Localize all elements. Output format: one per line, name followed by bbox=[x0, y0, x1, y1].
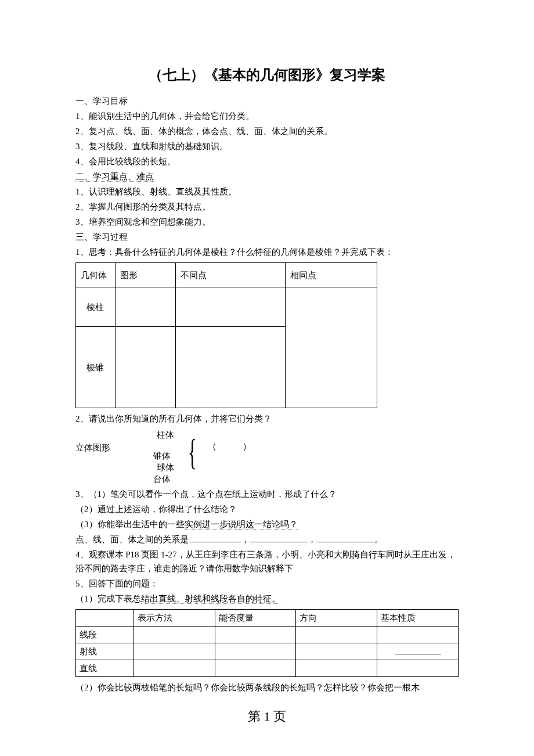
t1-same-cell bbox=[286, 287, 377, 408]
t2-r1-c3 bbox=[296, 627, 377, 643]
t2-r1-label: 线段 bbox=[76, 627, 134, 643]
table-line-types: 表示方法 能否度量 方向 基本性质 线段 射线 直线 bbox=[75, 609, 459, 677]
t2-r1-c4 bbox=[377, 627, 459, 643]
t2-r2-c4 bbox=[377, 643, 459, 660]
q3d-sep2: ， bbox=[308, 535, 316, 544]
t2-r2-c1 bbox=[134, 643, 215, 660]
section-heading-2-text: 二、学习重点、难点 bbox=[75, 172, 154, 182]
t2-r2-c3 bbox=[296, 643, 377, 660]
question-5a: （1）完成下表总结出直线、射线和线段各自的特征。 bbox=[75, 592, 459, 606]
q3d-end: 。 bbox=[374, 535, 383, 544]
t1-h1: 图形 bbox=[115, 263, 175, 287]
q3c-mid2: 明这一结论吗？ bbox=[237, 520, 298, 530]
q3d-sep1: ， bbox=[241, 535, 250, 544]
focus-item-3: 3、培养空间观念和空间想象能力。 bbox=[75, 215, 459, 229]
t2-r3-label: 直线 bbox=[76, 660, 134, 677]
t1-r1-c2 bbox=[175, 287, 286, 327]
page-footer: 第 1 页 bbox=[75, 706, 459, 726]
diag-root: 立体图形 bbox=[75, 441, 110, 455]
diag-blank: （ ） bbox=[208, 440, 251, 453]
t1-r2-label: 棱锥 bbox=[76, 327, 116, 408]
t2-r1-c2 bbox=[215, 627, 296, 643]
q3c-pre: （3）你能举出生活中的一些 bbox=[75, 520, 185, 529]
goal-item-3: 3、复习线段、直线和射线的基础知识。 bbox=[75, 139, 459, 153]
question-3a: 3、（1）笔尖可以看作一个点，这个点在纸上运动时，形成了什么？ bbox=[75, 487, 459, 501]
t2-h4: 基本性质 bbox=[377, 610, 459, 627]
t1-h0: 几何体 bbox=[76, 263, 116, 287]
q5a-mid: 结出直线、射线和线段各自的特征。 bbox=[141, 594, 280, 604]
t2-r1-c1 bbox=[134, 627, 215, 643]
blank-3 bbox=[316, 534, 374, 542]
goal-item-4: 4、会用比较线段的长短。 bbox=[75, 154, 459, 168]
t2-r2-c2 bbox=[215, 643, 296, 660]
section-heading-3: 三、学习过程 bbox=[75, 230, 459, 244]
t2-h3: 方向 bbox=[296, 610, 377, 627]
question-1: 1、思考：具备什么特征的几何体是棱柱？什么特征的几何体是棱锥？并完成下表： bbox=[75, 245, 459, 259]
question-3c: （3）你能举出生活中的一些实例进一步说明这一结论吗？ bbox=[75, 517, 459, 531]
focus-item-2: 2、掌握几何图形的分类及其特点。 bbox=[75, 200, 459, 214]
classification-diagram: 柱体 立体图形 锥体 { （ ） 球体 台体 bbox=[75, 428, 459, 486]
t2-r3-c4 bbox=[377, 660, 459, 677]
blank-2 bbox=[250, 534, 308, 542]
q5a-pre: （1）完成下表总 bbox=[75, 594, 141, 603]
t2-r3-c2 bbox=[215, 660, 296, 677]
t1-h3: 相同点 bbox=[286, 263, 377, 287]
question-5b: （2）你会比较两枝铅笔的长短吗？你会比较两条线段的长短吗？怎样比较？你会把一根木 bbox=[75, 681, 459, 694]
t2-r2-label: 射线 bbox=[76, 643, 134, 660]
focus-item-1: 1、认识理解线段、射线、直线及其性质。 bbox=[75, 185, 459, 199]
q3c-mid: 实例进一步说 bbox=[185, 520, 237, 530]
goal-item-2: 2、复习点、线、面、体的概念，体会点、线、面、体之间的关系。 bbox=[75, 124, 459, 138]
diag-taiti: 台体 bbox=[153, 472, 171, 486]
t2-r3-c3 bbox=[296, 660, 377, 677]
brace-icon: { bbox=[188, 434, 197, 471]
q3d-pre: 点、线、面、体之间的关系是 bbox=[75, 535, 189, 544]
t2-h0 bbox=[76, 610, 134, 627]
t2-h1: 表示方法 bbox=[134, 610, 215, 627]
page-title: （七上）《基本的几何图形》复习学案 bbox=[75, 64, 459, 86]
question-3d: 点、线、面、体之间的关系是，，。 bbox=[75, 532, 459, 546]
goal-item-1: 1、能识别生活中的几何体，并会给它们分类。 bbox=[75, 109, 459, 123]
section-heading-2: 二、学习重点、难点 bbox=[75, 170, 459, 183]
diag-zhuti: 柱体 bbox=[157, 428, 174, 442]
section-heading-1: 一、学习目标 bbox=[75, 94, 459, 108]
t2-r2-blank bbox=[395, 646, 441, 654]
table-prism-pyramid: 几何体 图形 不同点 相同点 棱柱 棱锥 bbox=[75, 262, 377, 408]
question-2: 2、请说出你所知道的所有几何体，并将它们分类？ bbox=[75, 412, 459, 426]
question-5h: 5、回答下面的问题： bbox=[75, 577, 459, 591]
question-3b: （2）通过上述运动，你得出了什么结论？ bbox=[75, 502, 459, 516]
t1-r1-c1 bbox=[115, 287, 175, 327]
t1-r1-label: 棱柱 bbox=[76, 287, 116, 327]
question-4: 4、观察课本 P18 页图 1-27，从王庄到李庄有三条路，小明、小亮和大刚骑自… bbox=[75, 548, 459, 575]
t2-r3-c1 bbox=[134, 660, 215, 677]
t2-h2: 能否度量 bbox=[215, 610, 296, 627]
t1-r2-c2 bbox=[175, 327, 286, 408]
t1-r2-c1 bbox=[115, 327, 175, 408]
blank-1 bbox=[189, 534, 241, 542]
t1-h2: 不同点 bbox=[175, 263, 286, 287]
